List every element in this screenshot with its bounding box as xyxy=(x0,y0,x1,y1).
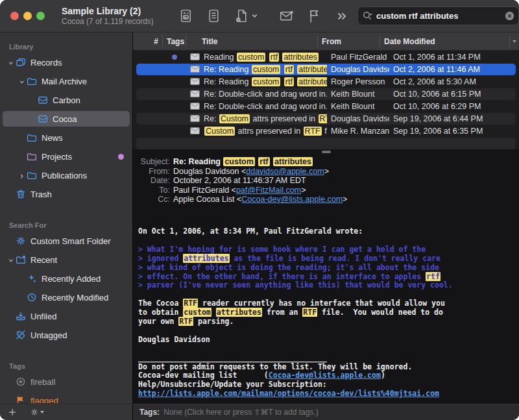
pane-splitter[interactable] xyxy=(133,149,519,154)
sidebar-item-news[interactable]: News xyxy=(3,130,130,145)
row-number-cell xyxy=(133,63,163,75)
table-row[interactable]: Re: Double-click and drag word in…Keith … xyxy=(133,88,519,100)
search-highlight: rtf xyxy=(284,65,294,74)
tags-input-placeholder[interactable]: None (Click here or press ⇧⌘T to add tag… xyxy=(163,408,319,417)
sidebar-item-projects[interactable]: Projects xyxy=(3,149,130,164)
title-text: Re: Double-click and drag word in… xyxy=(204,90,327,99)
header-text: Douglas Davidson < xyxy=(173,167,246,176)
record-viewer-icon[interactable] xyxy=(178,8,193,23)
header-text xyxy=(271,157,272,166)
sidebar-item-carbon[interactable]: Carbon xyxy=(3,92,130,108)
envelope-icon xyxy=(190,53,200,60)
body-line: > effect. On the other hand, if there is… xyxy=(138,273,519,282)
sidebar-item-recently-added[interactable]: Recently Added xyxy=(3,271,130,286)
body-text: > parser (I've never seen anything like … xyxy=(138,280,453,290)
search-icon[interactable] xyxy=(362,10,373,21)
sidebar-item-unfiled[interactable]: Unfiled xyxy=(3,308,130,324)
title-text xyxy=(295,77,296,86)
window-title: Sample Library (2) xyxy=(62,6,160,17)
column-header-from[interactable]: From xyxy=(318,36,380,47)
row-date-cell: Oct 1, 2006 at 11:34 PM xyxy=(389,51,519,63)
column-header-tags[interactable]: Tags xyxy=(163,36,186,47)
add-source-button[interactable] xyxy=(8,408,17,417)
search-highlight: RTF xyxy=(302,308,317,317)
splitter-grip[interactable] xyxy=(322,151,331,153)
search-highlight: custom xyxy=(252,65,280,74)
body-link[interactable]: Cocoa-dev@lists.apple.com xyxy=(269,371,381,380)
flag-small-icon xyxy=(14,395,27,403)
body-line: http://lists.apple.com/mailman/options/c… xyxy=(138,389,519,399)
email-link[interactable]: ddavidso@apple.com xyxy=(246,167,324,176)
new-text-document-icon[interactable] xyxy=(206,8,221,23)
sidebar-item-cocoa[interactable]: Cocoa xyxy=(3,111,130,127)
email-link[interactable]: paf@FitzMail.com xyxy=(236,186,301,195)
envelope-icon xyxy=(190,90,200,97)
message-headers: Subject:Re: Reading custom rtf attribute… xyxy=(133,154,519,204)
sidebar-item-publications[interactable]: Publications xyxy=(3,167,130,183)
message-header-label: Cc: xyxy=(133,195,170,204)
column-header-title[interactable]: Title xyxy=(186,36,318,47)
sidebar-item-trash[interactable]: Trash xyxy=(3,186,130,202)
close-window-button[interactable] xyxy=(10,12,19,20)
column-options-button[interactable] xyxy=(510,36,519,47)
title-text: Reading xyxy=(204,53,236,62)
minimize-window-button[interactable] xyxy=(23,12,32,20)
disclosure-triangle-icon[interactable] xyxy=(16,78,25,85)
disclosure-triangle-icon[interactable] xyxy=(5,59,14,66)
search-input[interactable] xyxy=(376,11,505,21)
search-highlight: custom xyxy=(252,77,280,86)
search-field[interactable] xyxy=(357,6,519,25)
body-line: Cocoa-dev mailing list (Cocoa-dev@lists.… xyxy=(138,371,519,380)
table-row[interactable]: Re: Reading custom rtf attributesDouglas… xyxy=(133,63,519,75)
sidebar-item-recent[interactable]: Recent xyxy=(3,252,130,267)
convert-document-icon[interactable] xyxy=(234,8,258,23)
sidebar-item-fireball[interactable]: fireball xyxy=(3,374,130,389)
row-title-cell: Reading custom rtf attributes xyxy=(186,51,327,63)
table-row[interactable]: Reading custom rtf attributesPaul FitzGe… xyxy=(133,51,519,63)
email-icon[interactable] xyxy=(279,8,294,23)
app-window: Sample Library (2) Cocoa (7 of 1,119 rec… xyxy=(0,0,519,420)
folder-icon xyxy=(25,151,38,162)
envelope-icon xyxy=(190,66,200,73)
column-header-date-modified[interactable]: Date Modified xyxy=(380,36,510,47)
body-text: Cocoa-dev mailing list ( xyxy=(138,371,269,380)
sidebar-item-mail-archive[interactable]: Mail Archive xyxy=(3,73,130,89)
zoom-window-button[interactable] xyxy=(36,12,45,20)
row-title-cell: Re: Reading custom rtf attributes xyxy=(186,75,327,88)
row-title-cell: Re: Reading custom rtf attributes xyxy=(186,63,327,75)
table-row[interactable]: Re: Custom attrs preserved in RTF f…Doug… xyxy=(133,112,519,125)
search-highlight: RTF xyxy=(178,317,193,326)
tags-bar[interactable]: Tags: None (Click here or press ⇧⌘T to a… xyxy=(133,404,519,420)
action-gear-button[interactable] xyxy=(30,408,44,417)
sidebar-item-custom-smart-folder[interactable]: Custom Smart Folder xyxy=(3,233,130,249)
message-header-value: Paul FitzGerald <paf@FitzMail.com> xyxy=(173,186,306,195)
message-header-label: Date: xyxy=(133,176,170,186)
row-tags-cell xyxy=(163,88,186,100)
flag-icon[interactable] xyxy=(307,8,322,23)
table-row[interactable]: Re: Reading custom rtf attributesRoger P… xyxy=(133,75,519,88)
column-header-number[interactable]: # xyxy=(133,36,163,47)
search-highlight: rtf xyxy=(284,77,294,86)
sidebar-item-untagged[interactable]: Untagged xyxy=(3,327,130,343)
row-date-cell: Sep 19, 2006 at 6:35 PM xyxy=(389,125,519,137)
overflow-chevron-icon[interactable] xyxy=(336,10,348,22)
message-header-label: Subject: xyxy=(133,157,170,167)
email-link[interactable]: Cocoa-dev@lists.apple.com xyxy=(241,195,343,204)
sidebar-item-recently-modified[interactable]: Recently Modified xyxy=(3,290,130,305)
body-link[interactable]: http://lists.apple.com/mailman/options/c… xyxy=(138,389,439,398)
table-row[interactable]: Custom attrs preserved in RTF files?Mike… xyxy=(133,125,519,137)
search-highlight: RTF xyxy=(304,127,322,136)
body-text: as the file is being read. I don't reall… xyxy=(230,254,441,263)
body-text: ________________________________________… xyxy=(138,353,327,362)
table-row[interactable]: Re: Double-click and drag word in…Keith … xyxy=(133,100,519,112)
disclosure-triangle-icon[interactable] xyxy=(16,172,25,179)
message-body: On Oct 1, 2006, at 8:34 PM, Paul FitzGer… xyxy=(133,227,519,399)
body-line xyxy=(138,345,519,354)
disclosure-triangle-icon[interactable] xyxy=(5,256,14,264)
sidebar-item-flagged[interactable]: flagged xyxy=(3,393,130,403)
body-line: Do not post admin requests to the list. … xyxy=(138,363,519,372)
record-list-header: # Tags Title From Date Modified xyxy=(133,32,519,51)
search-highlight: custom xyxy=(183,308,211,317)
sidebar-item-records[interactable]: Records xyxy=(3,55,130,70)
clear-search-icon[interactable] xyxy=(505,11,514,21)
